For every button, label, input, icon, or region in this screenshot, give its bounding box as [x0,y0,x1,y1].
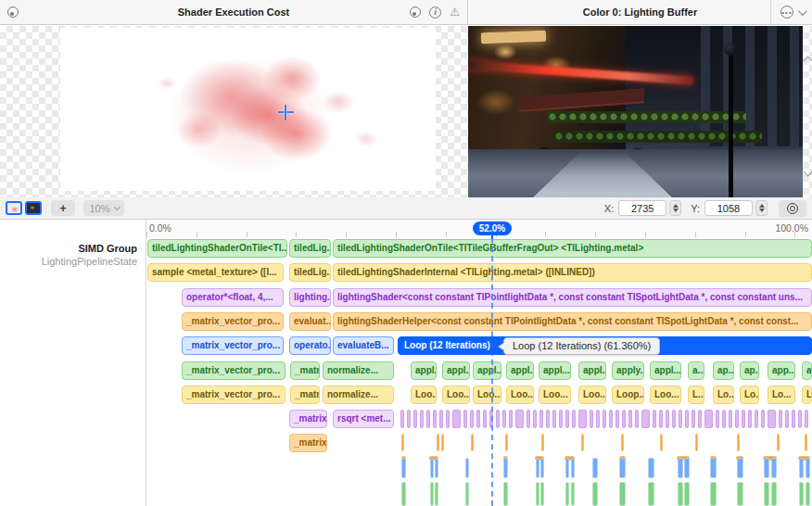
flame-segment[interactable]: appl... [411,361,437,380]
pipeline-state-name[interactable]: LightingPipelineState [42,256,137,267]
flame-segment[interactable]: _matrix... [290,361,320,380]
flame-segment[interactable]: tiledLig... [289,239,331,258]
flame-tick [695,434,698,451]
flame-segment[interactable]: appl... [539,361,571,380]
info-icon[interactable]: i [429,6,441,19]
flame-tick [771,482,777,506]
flame-tick [505,434,508,451]
flame-tick [571,458,575,478]
shader-profiler-window: Shader Execution Cost i ⚠ Color 0: Light… [0,0,812,506]
flame-segment[interactable]: Loo... [473,386,501,404]
flame-segment[interactable]: _matrix... [289,434,327,452]
flame-segment[interactable]: operator*<float, 4,... [182,288,284,307]
flame-segment[interactable]: _matrix_vector_pro... [182,312,284,331]
flame-segment[interactable]: appl... [506,361,534,380]
flame-segment[interactable]: lightingShader<const constant TIPointlig… [333,288,812,307]
attachment-thumbnail-cost[interactable] [6,201,22,215]
flame-segment[interactable]: Loo... [411,386,437,404]
add-attachment-button[interactable]: + [51,200,75,216]
flame-tick [471,434,474,451]
flame-segment[interactable]: app... [768,361,795,380]
chevron-down-icon[interactable] [798,6,807,16]
more-options-icon[interactable]: ••• [780,6,793,19]
playhead-line[interactable] [491,237,493,506]
flame-tick [621,434,624,451]
flame-segment[interactable]: lighting... [289,288,331,307]
flame-segment[interactable]: Loo... [539,386,571,404]
flame-segment[interactable]: Lo... [768,386,795,404]
attachment-thumbnail-color0[interactable] [25,201,42,215]
flame-tick [578,410,587,428]
flame-segment[interactable]: evaluateB... [333,336,394,355]
flame-segment[interactable]: tiledLightingShaderInternal <TILighting.… [333,263,812,282]
marker-icon[interactable] [7,6,19,18]
left-pane-title: Shader Execution Cost [0,6,467,18]
execution-cost-heatmap[interactable] [60,28,436,191]
scroll-up-icon[interactable] [804,57,812,66]
flame-segment[interactable]: appl... [578,361,606,380]
x-coordinate-field[interactable]: 2735 [618,200,666,216]
flame-tick [515,410,524,428]
lighting-buffer-preview[interactable] [468,26,812,197]
flame-segment[interactable]: ap... [740,361,759,380]
y-coordinate-field[interactable]: 1058 [704,200,753,216]
x-coordinate-stepper[interactable] [669,200,681,216]
flame-segment[interactable]: _matrix... [289,410,327,428]
flame-track[interactable]: tiledLightingShaderOnTile<TI...tiledLig.… [146,237,812,506]
attachment-options[interactable]: ••• [770,0,805,24]
flame-segment[interactable]: lightingShaderHelper<const constant TIPo… [333,312,812,331]
flame-segment[interactable]: sample <metal_texture> ([I... [147,263,284,282]
flame-tick [748,410,752,428]
flame-tick [737,482,743,506]
flame-segment[interactable]: Lo... [740,386,759,404]
flame-tick [527,410,530,428]
flame-tick [622,410,626,428]
flame-segment[interactable]: ap... [713,361,734,380]
pixel-target-button[interactable] [779,200,806,217]
flame-tick [722,410,726,428]
flame-segment[interactable]: Loo... [650,386,681,404]
flame-segment[interactable]: _matrix_vector_pro... [182,361,285,380]
flame-tick [628,410,632,428]
flame-segment[interactable]: a... [688,361,704,380]
flame-tick [540,482,544,506]
flame-segment[interactable]: ap... [802,361,812,380]
flame-segment[interactable]: appl... [650,361,681,380]
flame-segment[interactable]: Loop... [612,386,644,404]
flame-segment[interactable]: tiledLightingShaderOnTile<TI... [147,239,287,258]
zoom-level-value: 10% [89,203,109,214]
flame-tick [615,410,619,428]
flame-tick [496,410,500,428]
flame-tick [729,410,732,428]
flame-tick [799,482,804,506]
flame-segment[interactable]: L... [688,386,704,404]
flame-segment[interactable]: Loo... [506,386,534,404]
shader-cost-preview[interactable] [0,26,468,197]
lighting-buffer-image[interactable] [468,26,803,197]
flame-segment[interactable]: tiledLightingShaderOnTile<TITileGBufferF… [333,239,812,258]
y-coordinate-stepper[interactable] [755,200,768,216]
zoom-level-dropdown[interactable]: 10% [83,200,124,216]
flame-segment[interactable]: appl... [473,361,501,380]
flame-segment[interactable]: Loo... [578,386,606,404]
flame-segment[interactable]: Loo... [442,386,470,404]
flame-segment[interactable]: apply... [612,361,644,380]
flame-segment[interactable]: _matrix... [290,386,320,404]
marker-icon[interactable] [410,6,421,18]
flame-segment[interactable]: L... [802,386,812,404]
flame-segment[interactable]: normalize... [323,361,394,380]
scroll-down-icon[interactable] [804,168,812,177]
flame-segment[interactable]: operato... [289,336,331,355]
flame-segment[interactable]: tiledLig... [289,263,331,282]
flame-segment[interactable]: _matrix_vector_pro... [182,386,285,404]
flame-segment[interactable]: _matrix_vector_pro... [182,336,284,355]
flame-tick [541,434,544,451]
flame-segment[interactable]: Lo... [713,386,734,404]
flame-segment[interactable]: evaluat... [289,312,331,331]
flame-segment[interactable]: normalize... [323,386,394,404]
warning-icon[interactable]: ⚠ [450,6,460,19]
flame-segment[interactable]: rsqrt <met... [333,410,394,428]
playhead-stub [491,234,493,239]
flame-tick [779,410,782,428]
flame-segment[interactable]: appl... [442,361,470,380]
